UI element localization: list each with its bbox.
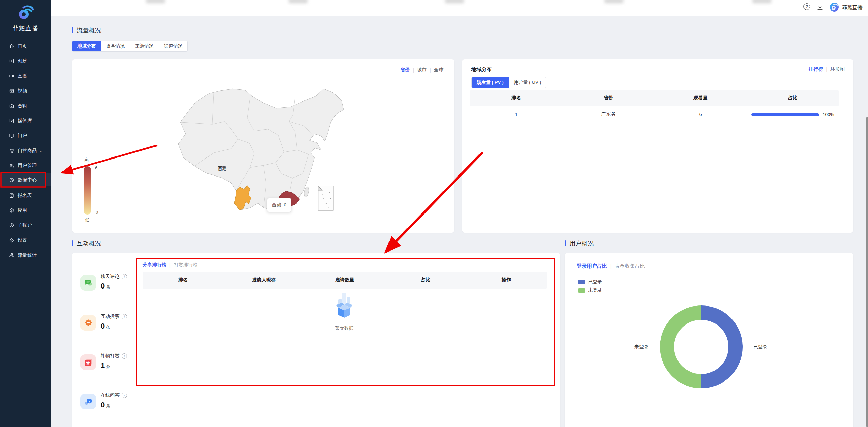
section-accent-bar xyxy=(72,240,73,246)
legend-min-value: 0 xyxy=(96,210,98,215)
tab-reward-ranking[interactable]: 打赏排行榜 xyxy=(174,262,198,268)
donut-segment-logged-in[interactable] xyxy=(701,313,736,381)
info-icon[interactable] xyxy=(122,393,127,398)
sitemap-icon xyxy=(9,253,14,258)
view-link-ranking[interactable]: 排行榜 xyxy=(809,66,823,72)
stat-value-reward: 1条 xyxy=(101,361,110,370)
legend-max-value: 6 xyxy=(95,165,97,170)
sidebar-item-apps[interactable]: 应用 xyxy=(0,204,51,217)
tab-uv[interactable]: 用户量 ( UV ) xyxy=(509,77,546,88)
donut-segment-not-logged-in[interactable] xyxy=(667,313,701,381)
empty-text: 暂无数据 xyxy=(334,325,355,331)
sidebar-item-user-management[interactable]: 用户管理 xyxy=(0,159,51,172)
cutoff-content xyxy=(604,0,623,3)
sidebar-item-subaccount[interactable]: 子账户 xyxy=(0,219,51,232)
view-link-ring[interactable]: 环形图 xyxy=(830,66,845,72)
login-donut-chart[interactable] xyxy=(654,299,749,394)
hexagon-icon xyxy=(9,208,14,213)
pie-chart-icon xyxy=(9,177,14,183)
divider xyxy=(610,264,612,269)
help-icon[interactable]: ? xyxy=(803,3,811,11)
sidebar-item-portal[interactable]: 门户 xyxy=(0,129,51,142)
sidebar-item-video[interactable]: 视频 xyxy=(0,85,51,97)
stat-value-qa: 0条 xyxy=(101,401,110,409)
sidebar: 菲耀直播 首页 创建 直播 视频 合辑 媒体库 门户 xyxy=(0,0,51,427)
plus-square-icon xyxy=(9,58,14,64)
divider xyxy=(169,262,171,268)
sidebar-item-data-center[interactable]: 数据中心 xyxy=(0,173,51,186)
sidebar-item-home[interactable]: 首页 xyxy=(0,40,51,53)
sidebar-item-settings[interactable]: 设置 xyxy=(0,234,51,247)
tab-device[interactable]: 设备情况 xyxy=(101,41,130,51)
clipboard-icon xyxy=(9,193,14,198)
scrollbar-thumb[interactable] xyxy=(866,117,868,427)
app-logo-icon xyxy=(16,3,35,22)
tab-channel[interactable]: 渠道情况 xyxy=(159,41,187,51)
svg-text:赏: 赏 xyxy=(86,361,90,366)
settings-icon xyxy=(9,238,14,243)
percent-bar-fill xyxy=(751,113,819,116)
header-user-name[interactable]: 菲耀直播 xyxy=(842,4,863,11)
tab-region-distribution[interactable]: 地域分布 xyxy=(72,41,101,51)
china-map[interactable]: 西藏 xyxy=(177,87,346,212)
sidebar-item-signup-form[interactable]: 报名表 xyxy=(0,189,51,202)
tab-share-ranking[interactable]: 分享排行榜 xyxy=(143,262,166,268)
sidebar-item-traffic-stats[interactable]: 流量统计 xyxy=(0,249,51,262)
tab-pv[interactable]: 观看量 ( PV ) xyxy=(472,77,509,88)
svg-text:?: ? xyxy=(88,400,90,403)
tab-login-ratio[interactable]: 登录用户占比 xyxy=(577,263,607,270)
metric-tabs: 观看量 ( PV ) 用户量 ( UV ) xyxy=(471,77,546,88)
stat-value-chat: 0条 xyxy=(101,282,110,291)
reward-icon: 赏 xyxy=(80,354,96,370)
section-accent-bar xyxy=(565,240,566,246)
user-section-title: 用户概况 xyxy=(565,240,594,247)
sidebar-item-label: 自营商品 xyxy=(18,148,37,154)
chat-icon xyxy=(80,275,96,291)
cart-icon xyxy=(9,148,14,153)
donut-connector-left xyxy=(651,347,660,347)
page: 菲耀直播 首页 创建 直播 视频 合辑 媒体库 门户 xyxy=(0,0,868,427)
region-table-row: 1 广东省 6 100% xyxy=(470,106,839,123)
legend-item-logged-in[interactable]: 已登录 xyxy=(578,279,602,285)
donut-connector-right xyxy=(743,347,751,347)
user-avatar[interactable] xyxy=(830,3,839,12)
stat-label-reward: 礼物打赏 xyxy=(101,353,127,359)
sidebar-item-label: 创建 xyxy=(18,58,27,64)
info-icon[interactable] xyxy=(122,274,127,279)
sidebar-item-label: 视频 xyxy=(18,88,27,94)
cutoff-content xyxy=(752,0,771,3)
sidebar-item-label: 流量统计 xyxy=(18,252,37,258)
sidebar-item-products[interactable]: 自营商品 ⌄ xyxy=(0,144,51,157)
sidebar-item-label: 应用 xyxy=(18,207,27,214)
cutoff-content xyxy=(146,0,165,3)
stat-value-vote: 0条 xyxy=(101,322,110,331)
info-icon[interactable] xyxy=(122,353,127,359)
scope-link-city[interactable]: 城市 xyxy=(417,67,427,73)
scope-link-global[interactable]: 全球 xyxy=(434,67,444,73)
sidebar-item-create[interactable]: 创建 xyxy=(0,55,51,68)
tab-form-ratio[interactable]: 表单收集占比 xyxy=(615,263,645,270)
user-overview-tabs: 登录用户占比 表单收集占比 xyxy=(577,263,645,270)
download-icon[interactable] xyxy=(816,3,824,11)
qa-icon: ? xyxy=(80,394,96,409)
ranking-table-header: 排名 邀请人昵称 邀请数量 占比 操作 xyxy=(143,272,547,289)
percent-bar-track xyxy=(751,113,819,116)
tab-source[interactable]: 来源情况 xyxy=(130,41,159,51)
film-icon xyxy=(9,88,14,94)
region-table-header: 排名 省份 观看量 占比 xyxy=(470,90,839,106)
empty-box-icon xyxy=(333,293,355,319)
sidebar-item-label: 数据中心 xyxy=(18,177,37,183)
legend-item-not-logged-in[interactable]: 未登录 xyxy=(578,287,602,293)
info-icon[interactable] xyxy=(122,314,127,319)
app-logo: 菲耀直播 xyxy=(0,3,51,32)
sidebar-item-collection[interactable]: 合辑 xyxy=(0,99,51,112)
cutoff-content xyxy=(289,0,308,3)
home-icon xyxy=(9,43,14,49)
chevron-down-icon: ⌄ xyxy=(39,149,42,153)
legend-swatch xyxy=(578,280,585,284)
scope-link-province[interactable]: 省份 xyxy=(400,67,410,73)
percent-value: 100% xyxy=(822,112,834,117)
sidebar-item-media-library[interactable]: 媒体库 xyxy=(0,114,51,127)
sidebar-item-live[interactable]: 直播 xyxy=(0,70,51,82)
briefcase-icon xyxy=(9,103,14,109)
